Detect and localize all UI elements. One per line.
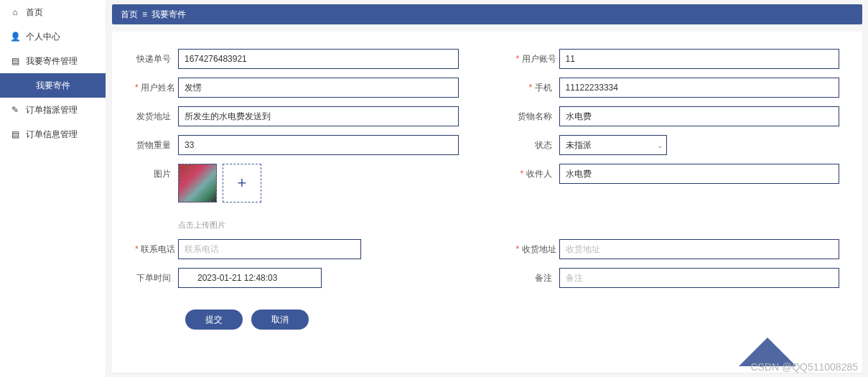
order-time-input[interactable]: [178, 268, 322, 288]
label-ship-addr: 发货地址: [135, 106, 178, 123]
breadcrumb: 首页 ≡ 我要寄件: [112, 4, 862, 24]
label-status: 状态: [516, 135, 559, 152]
edit-icon: ✎: [10, 105, 20, 115]
label-receiver: 收件人: [516, 164, 559, 180]
sidebar-item-home[interactable]: ⌂ 首页: [0, 0, 106, 24]
list-icon: ▤: [10, 129, 20, 139]
sidebar-item-ship-manage[interactable]: ▤ 我要寄件管理: [0, 49, 106, 73]
cancel-button[interactable]: 取消: [251, 309, 309, 330]
list-icon: ▤: [10, 56, 20, 66]
sidebar-item-ship[interactable]: 我要寄件: [0, 73, 106, 98]
breadcrumb-sep-icon: ≡: [142, 9, 147, 19]
breadcrumb-home[interactable]: 首页: [121, 9, 138, 21]
sidebar-item-label: 订单信息管理: [26, 129, 78, 141]
upload-hint: 点击上传图片: [178, 220, 459, 231]
submit-button[interactable]: 提交: [185, 309, 243, 330]
sidebar-item-label: 首页: [26, 6, 43, 19]
label-phone: 手机: [516, 78, 559, 94]
breadcrumb-current: 我要寄件: [151, 9, 186, 21]
sidebar-item-profile[interactable]: 👤 个人中心: [0, 24, 106, 49]
home-icon: ⌂: [10, 7, 20, 17]
receiver-input[interactable]: [559, 164, 840, 184]
sidebar-item-label: 个人中心: [26, 31, 60, 43]
label-user-account: 用户账号: [516, 49, 559, 65]
status-select[interactable]: ⌄: [559, 135, 667, 155]
form-panel: 快递单号 用户账号 用户姓名 手机 发货地址: [112, 32, 862, 373]
label-contact-phone: 联系电话: [135, 239, 178, 256]
label-goods-weight: 货物重量: [135, 135, 178, 152]
watermark: CSDN @QQ511008285: [750, 361, 858, 373]
remark-input[interactable]: [559, 268, 840, 288]
status-value[interactable]: [559, 135, 667, 155]
express-no-input[interactable]: [178, 49, 459, 69]
user-name-input[interactable]: [178, 78, 459, 98]
image-thumbnail[interactable]: [178, 164, 217, 203]
sidebar-item-label: 订单指派管理: [26, 104, 78, 116]
label-remark: 备注: [516, 268, 559, 284]
sidebar-item-order-manage[interactable]: ▤ 订单信息管理: [0, 122, 106, 146]
sidebar-item-label: 我要寄件管理: [26, 55, 78, 68]
goods-weight-input[interactable]: [178, 135, 459, 155]
main: 首页 ≡ 我要寄件 快递单号 用户账号 用户姓名 手机: [106, 0, 868, 377]
user-account-input[interactable]: [559, 49, 840, 69]
label-image: 图片: [135, 164, 178, 180]
label-recv-addr: 收货地址: [516, 239, 559, 256]
user-icon: 👤: [10, 32, 20, 42]
plus-icon: +: [238, 174, 247, 192]
ship-addr-input[interactable]: [178, 106, 459, 126]
label-goods-name: 货物名称: [516, 106, 559, 123]
upload-add-button[interactable]: +: [223, 164, 261, 203]
sidebar-item-assign-manage[interactable]: ✎ 订单指派管理: [0, 98, 106, 122]
contact-phone-input[interactable]: [178, 239, 361, 259]
label-order-time: 下单时间: [135, 268, 178, 284]
sidebar-item-label: 我要寄件: [36, 80, 70, 92]
label-express-no: 快递单号: [135, 49, 178, 65]
recv-addr-input[interactable]: [559, 239, 840, 259]
label-user-name: 用户姓名: [135, 78, 178, 94]
sidebar: ⌂ 首页 👤 个人中心 ▤ 我要寄件管理 我要寄件 ✎ 订单指派管理 ▤ 订单信…: [0, 0, 106, 377]
phone-input[interactable]: [559, 78, 840, 98]
goods-name-input[interactable]: [559, 106, 840, 126]
